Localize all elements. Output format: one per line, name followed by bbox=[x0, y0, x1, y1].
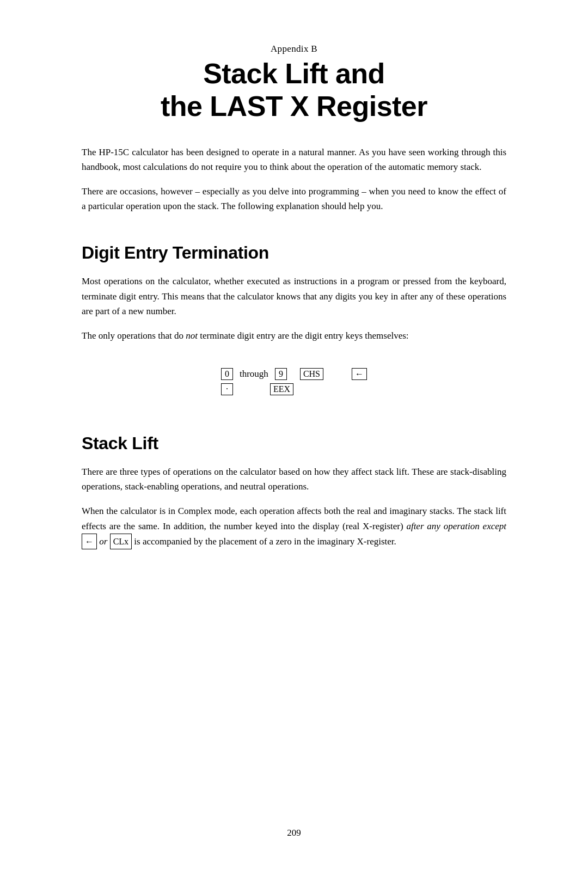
page-title: Stack Lift and the LAST X Register bbox=[82, 58, 506, 123]
title-line1: Stack Lift and bbox=[203, 58, 385, 89]
through-text: through bbox=[240, 369, 268, 379]
section2-paragraph-2: When the calculator is in Complex mode, … bbox=[82, 504, 506, 549]
appendix-label: Appendix B bbox=[82, 44, 506, 54]
key-dot: · bbox=[221, 383, 233, 395]
key-backspace-row1: ← bbox=[352, 368, 367, 380]
key-clx: CLx bbox=[110, 534, 132, 550]
section2-heading: Stack Lift bbox=[82, 433, 506, 454]
after-any-operation: after any operation bbox=[406, 521, 479, 531]
page: Appendix B Stack Lift and the LAST X Reg… bbox=[82, 0, 506, 882]
not-italic-text: not bbox=[186, 330, 198, 341]
key-chs: CHS bbox=[300, 368, 323, 380]
intro-paragraph-1: The HP-15C calculator has been designed … bbox=[82, 145, 506, 174]
section1-paragraph-1: Most operations on the calculator, wheth… bbox=[82, 274, 506, 318]
key-row-1: 0 through 9 CHS ← bbox=[221, 368, 367, 380]
section1-heading: Digit Entry Termination bbox=[82, 243, 506, 263]
key-9: 9 bbox=[275, 368, 287, 380]
section1-paragraph-2: The only operations that do not terminat… bbox=[82, 328, 506, 343]
key-eex: EEX bbox=[270, 383, 293, 395]
except-label: except bbox=[483, 521, 506, 531]
key-row-2: · EEX bbox=[221, 383, 293, 395]
or-label: or bbox=[99, 536, 107, 547]
page-number: 209 bbox=[82, 806, 506, 838]
key-backspace-section2: ← bbox=[82, 534, 97, 550]
key-0: 0 bbox=[221, 368, 233, 380]
key-block: 0 through 9 CHS ← · EEX bbox=[221, 368, 367, 399]
intro-paragraph-2: There are occasions, however – especiall… bbox=[82, 184, 506, 213]
title-line2: the LAST X Register bbox=[161, 90, 427, 122]
section2-paragraph-1: There are three types of operations on t… bbox=[82, 464, 506, 494]
